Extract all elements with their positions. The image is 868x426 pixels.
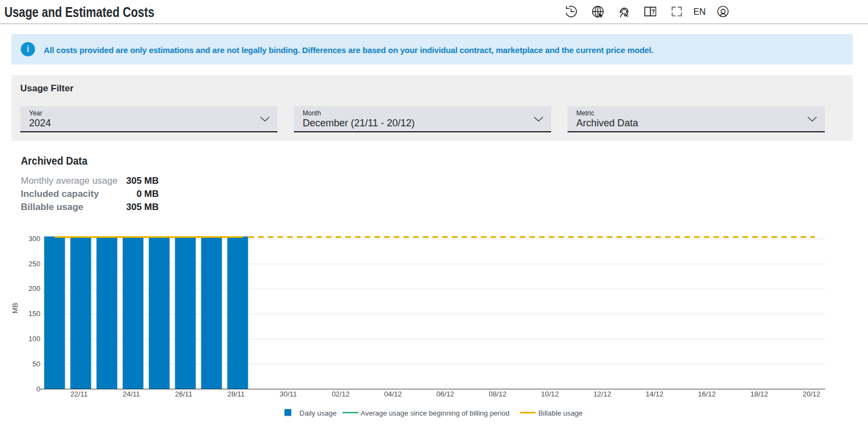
svg-text:0: 0 [37, 385, 40, 393]
svg-text:250: 250 [28, 260, 40, 268]
svg-text:150: 150 [28, 310, 40, 318]
svg-text:04/12: 04/12 [384, 390, 402, 398]
svg-text:?: ? [651, 8, 655, 15]
svg-text:26/11: 26/11 [175, 390, 193, 398]
svg-text:100: 100 [28, 335, 40, 343]
svg-text:300: 300 [28, 235, 40, 243]
svg-text:Billable usage: Billable usage [538, 409, 582, 417]
svg-text:Average usage since beginning: Average usage since beginning of billing… [361, 409, 510, 417]
svg-text:24/11: 24/11 [123, 390, 140, 398]
svg-text:28/11: 28/11 [227, 390, 245, 398]
svg-text:MB: MB [11, 303, 19, 314]
svg-text:16/12: 16/12 [698, 390, 716, 398]
svg-text:20/12: 20/12 [803, 390, 821, 398]
svg-text:12/12: 12/12 [593, 390, 611, 398]
svg-text:Daily usage: Daily usage [299, 409, 337, 417]
svg-text:18/12: 18/12 [750, 390, 768, 398]
svg-text:10/12: 10/12 [541, 390, 559, 398]
svg-text:50: 50 [32, 360, 40, 368]
svg-text:14/12: 14/12 [646, 390, 664, 398]
svg-text:200: 200 [28, 284, 40, 293]
svg-text:02/12: 02/12 [332, 390, 350, 398]
svg-text:30/11: 30/11 [280, 390, 297, 398]
svg-text:08/12: 08/12 [489, 390, 507, 398]
svg-text:22/11: 22/11 [71, 390, 88, 398]
svg-text:06/12: 06/12 [436, 390, 454, 398]
